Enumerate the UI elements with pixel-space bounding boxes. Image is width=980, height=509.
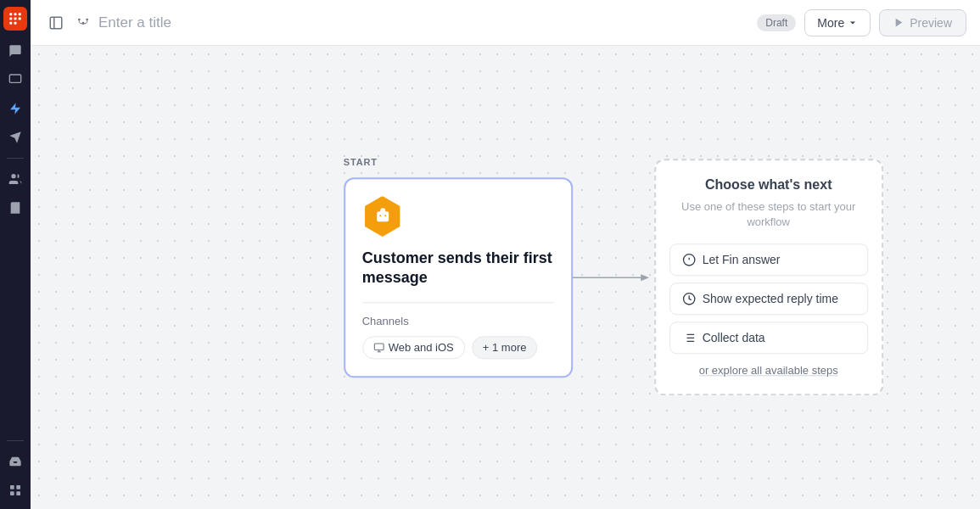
sidebar-item-book[interactable] [3, 196, 27, 220]
sidebar-toggle-icon [48, 15, 64, 31]
svg-marker-20 [641, 274, 649, 281]
start-card[interactable]: Customer sends their first message Chann… [344, 177, 573, 378]
start-card-title: Customer sends their first message [362, 249, 554, 288]
svg-rect-5 [19, 18, 21, 20]
sidebar-divider-2 [7, 440, 24, 441]
play-icon [893, 17, 904, 28]
workflow-nodes: START Customer sends their first message… [344, 159, 883, 395]
channel-tag-more[interactable]: + 1 more [472, 336, 538, 359]
preview-button[interactable]: Preview [879, 9, 966, 36]
sidebar-bottom [3, 437, 27, 502]
start-card-icon [362, 196, 403, 237]
sidebar-item-send[interactable] [3, 126, 27, 149]
svg-rect-19 [374, 344, 384, 350]
sidebar-item-chat[interactable] [3, 39, 27, 63]
svg-rect-9 [10, 485, 14, 489]
svg-rect-10 [16, 485, 20, 489]
svg-rect-7 [14, 22, 17, 25]
start-node: START Customer sends their first message… [344, 177, 573, 378]
flow-icon [76, 16, 90, 30]
svg-rect-8 [9, 75, 20, 82]
header-actions: More Preview [804, 9, 966, 36]
sidebar-divider-1 [7, 158, 24, 159]
arrow-connector [571, 252, 656, 303]
sidebar-item-chart[interactable] [3, 225, 27, 249]
logo-icon [8, 11, 23, 26]
svg-rect-3 [9, 18, 12, 20]
channels-list: Web and iOS + 1 more [362, 336, 554, 359]
svg-rect-13 [50, 17, 62, 29]
svg-rect-11 [10, 491, 14, 495]
svg-rect-12 [16, 491, 20, 495]
monitor-small-icon [373, 342, 384, 353]
svg-point-17 [86, 18, 88, 20]
svg-rect-0 [9, 13, 12, 15]
choose-title: Choose what's next [705, 177, 832, 193]
sidebar-item-grid[interactable] [3, 478, 27, 502]
clock-icon [682, 293, 696, 306]
list-icon [682, 332, 696, 345]
choose-next-node: Choose what's next Use one of these step… [654, 159, 883, 395]
flow-arrow [571, 252, 656, 303]
channel-tag-web-ios[interactable]: Web and iOS [362, 336, 465, 359]
more-button[interactable]: More [804, 9, 871, 36]
start-card-divider [362, 302, 554, 303]
svg-rect-2 [19, 13, 21, 15]
sidebar-item-monitor[interactable] [3, 68, 27, 92]
choose-subtitle: Use one of these steps to start your wor… [669, 199, 868, 230]
step-button-reply[interactable]: Show expected reply time [669, 283, 868, 316]
svg-marker-18 [896, 19, 903, 27]
svg-point-15 [78, 18, 81, 20]
workflow-canvas[interactable]: START Customer sends their first message… [31, 46, 980, 509]
sidebar-item-bolt[interactable] [3, 97, 27, 120]
chevron-down-icon [848, 18, 858, 28]
svg-rect-1 [14, 13, 17, 15]
main-area: Draft More Preview START [31, 0, 980, 509]
svg-rect-4 [14, 18, 17, 20]
workflow-icon [76, 16, 90, 30]
robot-icon [372, 206, 393, 227]
start-label: START [344, 157, 378, 167]
hexagon-icon [362, 196, 403, 237]
explore-link[interactable]: or explore all available steps [699, 365, 838, 378]
step-button-collect[interactable]: Collect data [669, 322, 868, 355]
draft-badge: Draft [757, 14, 796, 31]
sidebar [0, 0, 31, 509]
sidebar-toggle-button[interactable] [44, 11, 68, 35]
svg-rect-6 [9, 22, 12, 25]
header: Draft More Preview [31, 0, 980, 46]
sidebar-logo[interactable] [3, 7, 27, 31]
fin-icon [682, 254, 696, 267]
sidebar-item-inbox[interactable] [3, 450, 27, 473]
sidebar-item-people[interactable] [3, 167, 27, 191]
title-input[interactable] [98, 14, 748, 31]
channels-label: Channels [362, 315, 554, 327]
step-button-fin[interactable]: Let Fin answer [669, 244, 868, 277]
